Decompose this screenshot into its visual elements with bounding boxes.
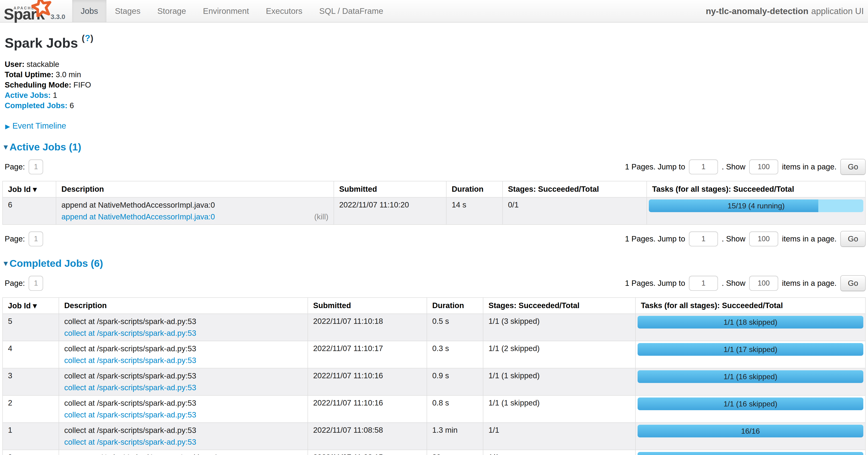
show-count-input[interactable] (749, 159, 778, 174)
items-per-page-text: items in a page. (782, 162, 837, 171)
info-active-jobs-value: 1 (53, 91, 57, 99)
show-count-input[interactable] (749, 276, 778, 291)
active-jobs-link[interactable]: Active Jobs: (5, 91, 51, 99)
description-link[interactable]: collect at /spark-scripts/spark-ad.py:53 (64, 410, 196, 420)
main-content: Spark Jobs (?) User: stackable Total Upt… (0, 33, 868, 455)
go-button[interactable]: Go (840, 231, 866, 247)
info-user-label: User: (5, 60, 24, 68)
column-header-0[interactable]: Job Id ▾ (3, 181, 56, 197)
spark-logo[interactable]: APACHE Spark 3.3.0 (0, 0, 72, 22)
jump-to-input[interactable] (689, 276, 718, 291)
column-header-2[interactable]: Submitted (334, 181, 446, 197)
job-row: 2collect at /spark-scripts/spark-ad.py:5… (3, 395, 865, 423)
column-header-4[interactable]: Stages: Succeeded/Total (502, 181, 647, 197)
info-user: User: stackable (5, 59, 866, 69)
info-active-jobs: Active Jobs: 1 (5, 90, 866, 101)
go-button[interactable]: Go (840, 159, 866, 175)
tab-jobs[interactable]: Jobs (72, 0, 106, 22)
description-link[interactable]: collect at /spark-scripts/spark-ad.py:53 (64, 329, 196, 338)
column-header-4[interactable]: Stages: Succeeded/Total (483, 297, 636, 314)
duration-cell: 0.5 s (427, 314, 483, 341)
show-text: . Show (722, 234, 745, 243)
column-header-5[interactable]: Tasks (for all stages): Succeeded/Total (647, 181, 865, 197)
info-completed-jobs: Completed Jobs: 6 (5, 101, 866, 111)
stages-cell: 1/1 (2 skipped) (483, 341, 636, 368)
description-link-line: collect at /spark-scripts/spark-ad.py:53 (64, 437, 302, 447)
progress-label: 1/1 (16 skipped) (638, 398, 863, 410)
tasks-cell: 1/1 (636, 450, 865, 455)
column-header-3[interactable]: Duration (446, 181, 502, 197)
job-id-cell: 2 (3, 395, 59, 423)
active-jobs-table: Job Id ▾DescriptionSubmittedDurationStag… (2, 181, 866, 225)
info-uptime-label: Total Uptime: (5, 70, 54, 79)
description-link[interactable]: append at NativeMethodAccessorImpl.java:… (61, 212, 215, 222)
completed-jobs-table: Job Id ▾DescriptionSubmittedDurationStag… (2, 297, 866, 455)
column-header-2[interactable]: Submitted (308, 297, 427, 314)
column-header-1[interactable]: Description (56, 181, 334, 197)
column-header-0[interactable]: Job Id ▾ (3, 297, 59, 314)
stages-cell: 1/1 (1 skipped) (483, 368, 636, 395)
submitted-cell: 2022/11/07 11:10:20 (334, 197, 446, 225)
pagination-right: 1 Pages. Jump to. Showitems in a page.Go (625, 159, 866, 175)
column-header-5[interactable]: Tasks (for all stages): Succeeded/Total (636, 297, 865, 314)
go-button[interactable]: Go (840, 275, 866, 291)
help-link[interactable]: ? (85, 33, 91, 43)
job-row: 1collect at /spark-scripts/spark-ad.py:5… (3, 423, 865, 450)
items-per-page-text: items in a page. (782, 234, 837, 243)
description-link[interactable]: collect at /spark-scripts/spark-ad.py:53 (64, 383, 196, 392)
pagination-row: Page:1 Pages. Jump to. Showitems in a pa… (2, 159, 866, 175)
description-link[interactable]: collect at /spark-scripts/spark-ad.py:53 (64, 437, 196, 447)
jump-to-input[interactable] (689, 159, 718, 174)
column-header-1[interactable]: Description (59, 297, 308, 314)
task-progress-bar: 1/1 (16 skipped) (638, 370, 863, 383)
progress-label: 1/1 (638, 452, 863, 455)
description-link[interactable]: collect at /spark-scripts/spark-ad.py:53 (64, 356, 196, 365)
page-title: Spark Jobs (?) (5, 33, 866, 51)
summary-info-list: User: stackable Total Uptime: 3.0 min Sc… (5, 59, 866, 111)
column-header-3[interactable]: Duration (427, 297, 483, 314)
task-progress-bar: 1/1 (17 skipped) (638, 343, 863, 356)
submitted-cell: 2022/11/07 11:10:16 (308, 368, 427, 395)
completed-jobs-table-container: Job Id ▾DescriptionSubmittedDurationStag… (2, 297, 866, 455)
tab-stages[interactable]: Stages (106, 0, 149, 22)
page-number-input[interactable] (29, 231, 43, 247)
collapse-right-arrow-icon: ▶ (5, 123, 10, 130)
pagination-left: Page: (5, 159, 43, 174)
page-number-input[interactable] (29, 159, 43, 174)
tab-environment[interactable]: Environment (194, 0, 257, 22)
show-text: . Show (722, 279, 745, 288)
description-cell: collect at /spark-scripts/spark-ad.py:53… (59, 341, 308, 368)
submitted-cell: 2022/11/07 11:10:16 (308, 395, 427, 423)
task-progress-bar: 1/1 (638, 452, 863, 455)
job-row: 0parquet at NativeMethodAccessorImpl.jav… (3, 450, 865, 455)
job-row: 4collect at /spark-scripts/spark-ad.py:5… (3, 341, 865, 368)
jump-to-input[interactable] (689, 231, 718, 247)
help-paren-open: ( (82, 33, 85, 43)
pagination-left: Page: (5, 231, 43, 247)
kill-link[interactable]: (kill) (314, 212, 329, 222)
completed-jobs-section-header[interactable]: ▾Completed Jobs (6) (4, 258, 866, 269)
description-link-line: collect at /spark-scripts/spark-ad.py:53 (64, 329, 302, 338)
progress-label: 1/1 (18 skipped) (638, 316, 863, 329)
active-jobs-section-header[interactable]: ▾Active Jobs (1) (4, 141, 866, 153)
spark-version: 3.3.0 (51, 13, 65, 21)
page-number-input[interactable] (29, 276, 43, 291)
tab-storage[interactable]: Storage (149, 0, 194, 22)
tab-executors[interactable]: Executors (257, 0, 311, 22)
duration-cell: 0.3 s (427, 341, 483, 368)
pagination-row: Page:1 Pages. Jump to. Showitems in a pa… (2, 275, 866, 291)
progress-label: 16/16 (638, 425, 863, 437)
event-timeline-toggle[interactable]: ▶Event Timeline (5, 121, 866, 131)
info-uptime-value: 3.0 min (56, 70, 81, 79)
completed-jobs-link[interactable]: Completed Jobs: (5, 101, 67, 110)
progress-label: 1/1 (16 skipped) (638, 370, 863, 383)
description-link-line: collect at /spark-scripts/spark-ad.py:53 (64, 410, 302, 420)
tasks-cell: 16/16 (636, 423, 865, 450)
description-text: collect at /spark-scripts/spark-ad.py:53 (64, 371, 302, 380)
collapse-down-arrow-icon: ▾ (4, 142, 8, 151)
show-text: . Show (722, 162, 745, 171)
tab-sql-dataframe[interactable]: SQL / DataFrame (311, 0, 392, 22)
items-per-page-text: items in a page. (782, 279, 837, 288)
show-count-input[interactable] (749, 231, 778, 247)
pages-jump-text: 1 Pages. Jump to (625, 234, 685, 243)
